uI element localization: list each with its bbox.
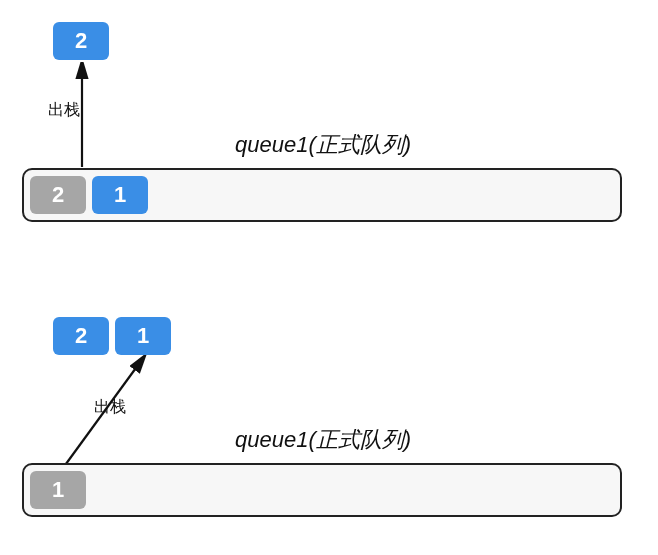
cell-value: 2 <box>75 28 87 54</box>
queue-title: queue1(正式队列) <box>235 130 411 160</box>
queue-cell: 1 <box>92 176 148 214</box>
cell-value: 2 <box>52 182 64 208</box>
cell-value: 2 <box>75 323 87 349</box>
cell-value: 1 <box>114 182 126 208</box>
queue-cell: 1 <box>30 471 86 509</box>
scene-1: 2 出栈 queue1(正式队列) 2 1 <box>0 0 658 260</box>
popped-cell: 1 <box>115 317 171 355</box>
queue-container: 1 <box>22 463 622 517</box>
popped-cell: 2 <box>53 317 109 355</box>
queue-container: 2 1 <box>22 168 622 222</box>
popped-cell: 2 <box>53 22 109 60</box>
pop-arrow-label: 出栈 <box>94 397 126 418</box>
scene-2: 2 1 出栈 queue1(正式队列) 1 <box>0 295 658 555</box>
cell-value: 1 <box>137 323 149 349</box>
pop-arrow-label: 出栈 <box>48 100 80 121</box>
queue-title: queue1(正式队列) <box>235 425 411 455</box>
queue-cell: 2 <box>30 176 86 214</box>
cell-value: 1 <box>52 477 64 503</box>
